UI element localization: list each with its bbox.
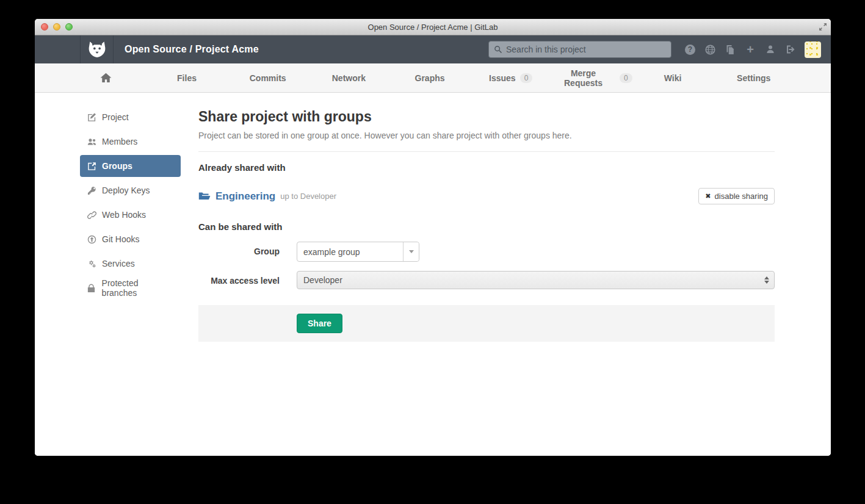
disable-sharing-button[interactable]: ✖ disable sharing xyxy=(698,188,775,204)
page-description: Project can be stored in one group at on… xyxy=(198,131,775,140)
nav-issues[interactable]: Issues 0 xyxy=(470,73,551,83)
users-icon xyxy=(87,137,96,146)
app-window: Open Source / Project Acme | GitLab Open… xyxy=(35,19,831,456)
globe-icon[interactable] xyxy=(704,44,715,55)
form-actions: Share xyxy=(198,305,775,342)
help-icon[interactable]: ? xyxy=(685,45,695,55)
header-project-title: Open Source / Project Acme xyxy=(125,44,259,55)
shared-access-note: up to Developer xyxy=(280,192,336,201)
header-left-spacer xyxy=(35,35,80,63)
link-icon xyxy=(87,211,96,220)
search-input[interactable] xyxy=(506,45,666,54)
window-title: Open Source / Project Acme | GitLab xyxy=(35,23,831,32)
search-icon xyxy=(494,45,502,54)
sidebar-item-git-hooks[interactable]: Git Hooks xyxy=(80,228,181,250)
nav-network[interactable]: Network xyxy=(308,73,389,83)
window-titlebar: Open Source / Project Acme | GitLab xyxy=(35,19,831,35)
share-button[interactable]: Share xyxy=(297,314,342,333)
minimize-window-button[interactable] xyxy=(53,23,60,31)
pencil-square-icon xyxy=(87,113,96,122)
main-panel: Share project with groups Project can be… xyxy=(198,93,775,456)
logout-icon[interactable] xyxy=(785,44,796,55)
nav-settings[interactable]: Settings xyxy=(713,73,794,83)
gitlab-logo[interactable] xyxy=(80,35,114,63)
search-box xyxy=(488,41,671,58)
nav-wiki[interactable]: Wiki xyxy=(632,73,714,83)
group-select[interactable]: example group xyxy=(297,242,419,262)
max-access-select[interactable]: Developer xyxy=(297,271,775,289)
sidebar-item-project[interactable]: Project xyxy=(80,106,181,128)
zoom-window-button[interactable] xyxy=(65,23,73,31)
sidebar-item-members[interactable]: Members xyxy=(80,131,181,153)
max-access-value: Developer xyxy=(297,275,349,285)
divider xyxy=(198,151,775,152)
circle-arrow-up-icon xyxy=(87,235,96,244)
close-window-button[interactable] xyxy=(41,23,48,31)
copy-icon[interactable] xyxy=(725,44,736,55)
merge-requests-count-badge: 0 xyxy=(620,73,632,83)
gears-icon xyxy=(87,259,96,268)
shared-group-name: Engineering xyxy=(215,190,275,203)
can-share-heading: Can be shared with xyxy=(198,221,775,232)
nav-home[interactable] xyxy=(65,73,147,83)
app-header: Open Source / Project Acme ? xyxy=(35,35,831,63)
sidebar-item-protected-branches[interactable]: Protected branches xyxy=(80,277,181,299)
nav-commits[interactable]: Commits xyxy=(227,73,308,83)
max-access-label: Max access level xyxy=(198,271,280,286)
fullscreen-resize-icon[interactable] xyxy=(819,23,827,31)
chevron-down-icon xyxy=(403,242,419,261)
nav-files[interactable]: Files xyxy=(147,73,228,83)
avatar[interactable] xyxy=(805,41,821,58)
sidebar-item-web-hooks[interactable]: Web Hooks xyxy=(80,204,181,226)
group-label: Group xyxy=(198,242,280,256)
sidebar-item-deploy-keys[interactable]: Deploy Keys xyxy=(80,179,181,201)
group-select-value: example group xyxy=(297,247,403,257)
home-icon xyxy=(100,73,112,83)
folder-open-icon xyxy=(198,192,211,201)
select-spinner-icon xyxy=(764,276,769,284)
shared-group-link[interactable]: Engineering xyxy=(198,190,275,203)
profile-icon[interactable] xyxy=(765,44,776,55)
sidebar-item-services[interactable]: Services xyxy=(80,253,181,275)
project-nav: Files Commits Network Graphs Issues 0 Me… xyxy=(35,63,831,93)
share-icon xyxy=(87,162,96,171)
issues-count-badge: 0 xyxy=(520,73,533,83)
new-project-icon[interactable]: + xyxy=(745,44,756,55)
page-title: Share project with groups xyxy=(198,109,775,125)
close-icon: ✖ xyxy=(705,192,711,200)
nav-merge-requests[interactable]: Merge Requests 0 xyxy=(551,68,632,88)
settings-sidebar: Project Members xyxy=(35,93,181,456)
sidebar-item-groups[interactable]: Groups xyxy=(80,155,181,177)
shared-group-row: Engineering up to Developer ✖ disable sh… xyxy=(198,188,775,204)
nav-graphs[interactable]: Graphs xyxy=(389,73,471,83)
lock-icon xyxy=(87,284,96,293)
key-icon xyxy=(87,186,96,195)
already-shared-heading: Already shared with xyxy=(198,162,775,173)
